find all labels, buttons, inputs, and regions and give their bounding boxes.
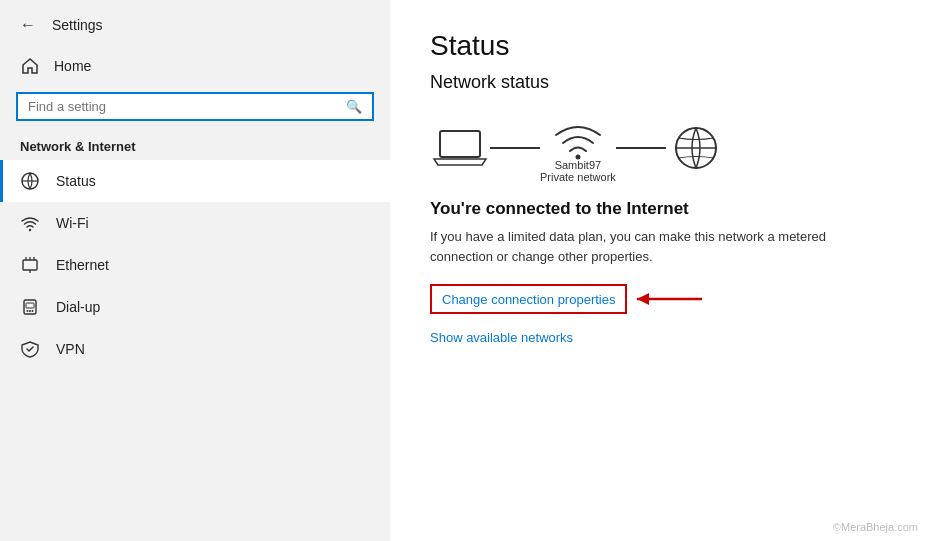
dialup-icon: [20, 297, 40, 317]
svg-rect-3: [23, 260, 37, 270]
svg-point-2: [29, 229, 31, 231]
nav-label-dialup: Dial-up: [56, 299, 100, 315]
back-button[interactable]: ←: [16, 14, 40, 36]
change-connection-box: Change connection properties: [430, 284, 627, 314]
wifi-diagram-icon: [548, 113, 608, 163]
wifi-diagram-icon-wrap: Sambit97 Private network: [540, 113, 616, 183]
search-icon: 🔍: [346, 99, 362, 114]
svg-point-12: [32, 310, 34, 312]
nav-label-wifi: Wi-Fi: [56, 215, 89, 231]
arrow-wrap: [627, 287, 707, 311]
search-box: 🔍: [16, 92, 374, 121]
ethernet-icon: [20, 255, 40, 275]
network-line-1: [490, 147, 540, 149]
sidebar-header: ← Settings: [0, 0, 390, 46]
home-icon: [20, 56, 40, 76]
wifi-icon: [20, 213, 40, 233]
globe-icon-wrap: [666, 123, 726, 173]
main-content: Status Network status Sambit97 Private n…: [390, 0, 928, 541]
network-type: Private network: [540, 171, 616, 183]
svg-rect-9: [26, 303, 34, 308]
svg-point-11: [29, 310, 31, 312]
svg-point-10: [27, 310, 29, 312]
app-title: Settings: [52, 17, 103, 33]
home-nav-item[interactable]: Home: [0, 46, 390, 86]
connected-desc: If you have a limited data plan, you can…: [430, 227, 888, 266]
laptop-icon: [430, 123, 490, 173]
laptop-icon-wrap: [430, 123, 490, 173]
nav-item-ethernet[interactable]: Ethernet: [0, 244, 390, 286]
watermark: ©MeraBheja.com: [833, 521, 918, 533]
nav-label-status: Status: [56, 173, 96, 189]
network-name: Sambit97: [555, 159, 601, 171]
nav-item-dialup[interactable]: Dial-up: [0, 286, 390, 328]
svg-marker-18: [637, 293, 649, 305]
nav-label-vpn: VPN: [56, 341, 85, 357]
show-available-networks-button[interactable]: Show available networks: [430, 330, 573, 345]
network-diagram: Sambit97 Private network: [430, 113, 888, 183]
section-label: Network & Internet: [0, 131, 390, 160]
globe-icon: [666, 123, 726, 173]
connected-title: You're connected to the Internet: [430, 199, 888, 219]
search-input[interactable]: [28, 99, 346, 114]
nav-item-status[interactable]: Status: [0, 160, 390, 202]
arrow-icon: [627, 287, 707, 311]
network-status-heading: Network status: [430, 72, 888, 93]
network-line-2: [616, 147, 666, 149]
change-connection-wrap: Change connection properties: [430, 284, 627, 314]
nav-item-vpn[interactable]: VPN: [0, 328, 390, 370]
svg-rect-13: [440, 131, 480, 157]
vpn-icon: [20, 339, 40, 359]
status-icon: [20, 171, 40, 191]
home-label: Home: [54, 58, 91, 74]
change-connection-button[interactable]: Change connection properties: [442, 292, 615, 307]
page-title: Status: [430, 30, 888, 62]
nav-label-ethernet: Ethernet: [56, 257, 109, 273]
sidebar: ← Settings Home 🔍 Network & Internet Sta…: [0, 0, 390, 541]
nav-item-wifi[interactable]: Wi-Fi: [0, 202, 390, 244]
